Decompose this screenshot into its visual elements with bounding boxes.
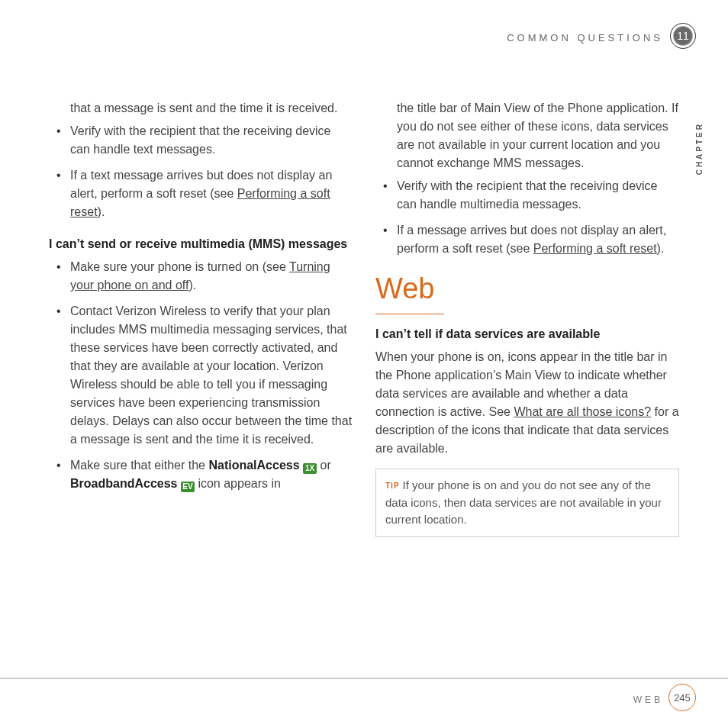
chapter-number-badge: 11	[670, 23, 696, 49]
chapter-vertical-label: CHAPTER	[695, 122, 704, 175]
list-item: If a message arrives but does not displa…	[375, 221, 679, 258]
web-section-heading: Web	[375, 267, 444, 314]
page-number: 245	[674, 692, 691, 704]
document-page: COMMON QUESTIONS 11 CHAPTER that a messa…	[0, 0, 728, 728]
broadbandaccess-label: BroadbandAccess	[70, 477, 178, 490]
list-item: Make sure that either the NationalAccess…	[49, 456, 353, 493]
page-number-badge: 245	[668, 684, 696, 711]
text: Verify with the recipient that the recei…	[70, 124, 331, 156]
footer-section-label: WEB	[633, 694, 663, 705]
list-item: Contact Verizon Wireless to verify that …	[49, 302, 353, 449]
icons-link[interactable]: What are all those icons?	[514, 405, 651, 418]
list-item: Verify with the recipient that the recei…	[49, 122, 353, 159]
nationalaccess-icon: 1X	[303, 463, 317, 474]
footer-divider	[0, 678, 728, 679]
text: Make sure your phone is turned on (see	[70, 260, 289, 273]
text: ).	[657, 242, 665, 255]
mms-subheading: I can’t send or receive multimedia (MMS)…	[49, 235, 353, 253]
mms-troubleshoot-list-cont: Verify with the recipient that the recei…	[375, 177, 679, 258]
text: Contact Verizon Wireless to verify that …	[70, 304, 352, 446]
soft-reset-link[interactable]: Performing a soft reset	[533, 242, 657, 255]
list-item: Verify with the recipient that the recei…	[375, 177, 679, 214]
text: icon appears in	[198, 477, 281, 490]
text: ).	[188, 279, 196, 292]
tip-text: If your phone is on and you do not see a…	[385, 478, 662, 526]
text: Make sure that either the	[70, 459, 208, 472]
tip-box: TIPIf your phone is on and you do not se…	[375, 469, 679, 537]
continuation-paragraph-left: that a message is sent and the time it i…	[49, 99, 353, 118]
mms-troubleshoot-list: Make sure your phone is turned on (see T…	[49, 258, 353, 493]
list-item: Make sure your phone is turned on (see T…	[49, 258, 353, 295]
text: Verify with the recipient that the recei…	[397, 179, 658, 211]
list-item: If a text message arrives but does not d…	[49, 166, 353, 221]
web-subheading: I can’t tell if data services are availa…	[375, 325, 679, 343]
text: or	[321, 459, 331, 472]
header-section-title: COMMON QUESTIONS	[507, 32, 663, 43]
nationalaccess-label: NationalAccess	[208, 459, 299, 472]
web-paragraph: When your phone is on, icons appear in t…	[375, 348, 679, 458]
sms-troubleshoot-list: Verify with the recipient that the recei…	[49, 122, 353, 221]
body-columns: that a message is sent and the time it i…	[49, 99, 679, 652]
broadbandaccess-icon: EV	[181, 482, 195, 492]
text: ).	[98, 205, 105, 218]
tip-label: TIP	[385, 482, 400, 490]
chapter-number: 11	[677, 30, 689, 42]
continuation-paragraph-right: the title bar of Main View of the Phone …	[375, 99, 679, 172]
